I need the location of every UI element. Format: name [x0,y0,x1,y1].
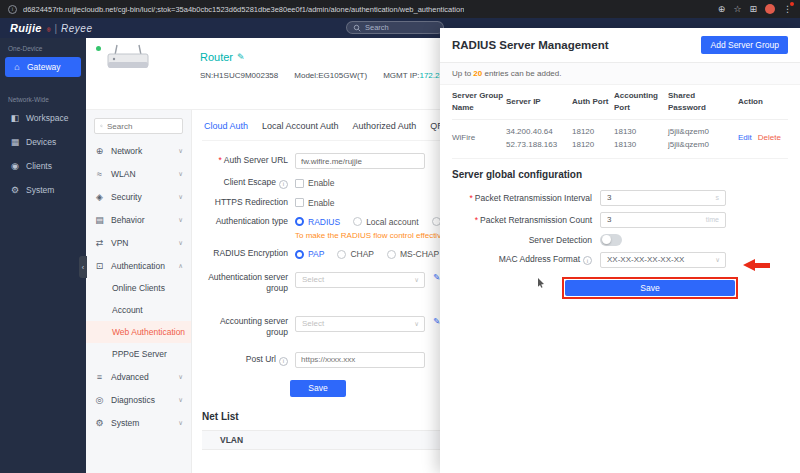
arrow-tail [755,263,770,268]
radio-label: CHAP [350,249,374,259]
server-detection-label: Server Detection [440,235,600,245]
device-name-text: Router [200,51,233,63]
authentication-icon: ⊡ [94,261,105,271]
menu-item-system[interactable]: ⚙ System ∨ [86,411,191,434]
arrow-head [743,259,755,271]
vpn-icon: ⇄ [94,238,105,248]
drawer-header: RADIUS Server Management Add Server Grou… [440,28,800,63]
bookmark-star-icon[interactable]: ☆ [733,4,741,14]
menu-item-account[interactable]: Account [86,299,191,321]
auth-server-url-input[interactable] [295,153,425,169]
radio-option-radius[interactable]: RADIUS [295,217,340,227]
menu-item-security[interactable]: ◈ Security ∨ [86,185,191,208]
label-text: Packet Retransmission Interval [475,193,592,203]
col-server-ip: Server IP [506,90,572,114]
info-icon[interactable]: i [279,357,288,366]
mac-address-format-select[interactable]: XX-XX-XX-XX-XX-XX∨ [600,252,726,268]
input-suffix: s [716,194,720,201]
retransmission-count-input[interactable]: 3time [600,212,726,228]
col-action: Action [738,90,788,114]
menu-item-network[interactable]: ⊕ Network ∨ [86,139,191,162]
menu-item-online-clients[interactable]: Online Clients [86,277,191,299]
logo-divider: | [54,23,57,34]
label-text: Post Url [246,354,276,364]
auth-server-group-select[interactable]: Select∨ [295,272,425,288]
radio-option-ms-chap[interactable]: MS-CHAP [387,249,439,259]
menu-item-label: Diagnostics [111,395,155,405]
radio-label: PAP [308,249,324,259]
menu-search-input[interactable] [107,122,177,131]
radio-option-pap[interactable]: PAP [295,249,324,259]
menu-item-web-authentication[interactable]: Web Authentication [86,321,191,343]
form-save-button[interactable]: Save [290,380,346,397]
section-one-device: One-Device [0,38,86,55]
acct-server-group-select[interactable]: Select∨ [295,316,425,332]
chevron-down-icon: ∨ [414,320,419,328]
sidebar-item-gateway[interactable]: ⌂ Gateway [5,57,81,77]
global-config-save-button[interactable]: Save [565,280,735,296]
cell-server-ip: 34.200.40.6452.73.188.163 [506,126,572,152]
notice-count: 20 [473,69,482,78]
global-search[interactable]: Search [346,21,444,34]
menu-item-behavior[interactable]: ▤ Behavior ∨ [86,208,191,231]
post-url-input[interactable] [295,352,425,368]
add-server-group-button[interactable]: Add Server Group [701,36,788,54]
menu-item-advanced[interactable]: ≡ Advanced ∨ [86,365,191,388]
extensions-icon[interactable]: ⊞ [749,4,757,14]
radius-server-management-drawer: RADIUS Server Management Add Server Grou… [440,28,800,473]
registered-mark-icon: ® [47,27,51,33]
cell-line: 34.200.40.64 [506,126,572,139]
select-placeholder: Select [302,319,324,328]
site-info-icon[interactable]: i [8,5,17,14]
row-edit-link[interactable]: Edit [738,133,752,142]
search-icon [100,122,103,130]
header-line: Server Group [452,90,506,102]
device-name-edit-icon[interactable]: ✎ [237,52,245,62]
retransmission-interval-input[interactable]: 3s [600,190,726,206]
menu-item-authentication[interactable]: ⊡ Authentication ∧ [86,254,191,277]
row-server-detection: Server Detection [440,234,800,246]
menu-item-vpn[interactable]: ⇄ VPN ∨ [86,231,191,254]
radio-option-local-account[interactable]: Local account [353,217,418,227]
browser-menu-icon[interactable]: ⋮ [783,4,792,14]
select-value: XX-XX-XX-XX-XX-XX [607,255,684,264]
header-line: Auth Port [572,96,614,108]
cell-auth-port: 1812018120 [572,126,614,152]
radio-icon[interactable] [337,250,346,259]
logo-ruijie-text: Ruijie [10,22,42,34]
server-detection-toggle[interactable] [600,234,622,246]
https-redirection-checkbox[interactable] [295,198,304,207]
menu-item-diagnostics[interactable]: ◎ Diagnostics ∨ [86,388,191,411]
share-icon[interactable]: ⊕ [718,4,726,14]
tab-local-account-auth[interactable]: Local Account Auth [262,121,339,131]
radio-option-chap[interactable]: CHAP [337,249,374,259]
client-escape-checkbox[interactable] [295,179,304,188]
radio-icon[interactable] [295,250,304,259]
info-icon[interactable]: i [583,256,592,265]
search-icon [353,24,361,32]
col-accounting-port: AccountingPort [614,90,668,114]
menu-item-wlan[interactable]: ≈ WLAN ∨ [86,162,191,185]
tab-cloud-auth[interactable]: Cloud Auth [204,121,248,131]
sidebar-item-devices[interactable]: ▦ Devices [0,130,86,154]
sidebar-item-workspace[interactable]: ◧ Workspace [0,106,86,130]
row-delete-link[interactable]: Delete [758,133,781,142]
tab-authorized-auth[interactable]: Authorized Auth [353,121,417,131]
browser-profile-avatar[interactable] [765,4,775,14]
menu-search[interactable] [94,118,183,134]
sidebar-item-system[interactable]: ⚙ System [0,178,86,202]
menu-item-label: Authentication [111,261,165,271]
radio-icon[interactable] [295,217,304,226]
notice-suffix: entries can be added. [485,69,562,78]
radio-icon[interactable] [387,250,396,259]
retransmission-count-label: *Packet Retransmission Count [440,215,600,225]
address-bar[interactable]: d6824457rb.ruijiecloudb.net/cgi-bin/luci… [23,5,464,14]
sidebar-collapse-handle[interactable]: ‹ [79,256,87,278]
network-icon: ⊕ [94,146,105,156]
menu-item-pppoe-server[interactable]: PPPoE Server [86,343,191,365]
device-sn: SN:H1SUC9M002358 [200,71,278,80]
info-icon[interactable]: i [279,180,288,189]
devices-label: Devices [26,137,56,147]
radio-icon[interactable] [353,217,362,226]
sidebar-item-clients[interactable]: ◉ Clients [0,154,86,178]
